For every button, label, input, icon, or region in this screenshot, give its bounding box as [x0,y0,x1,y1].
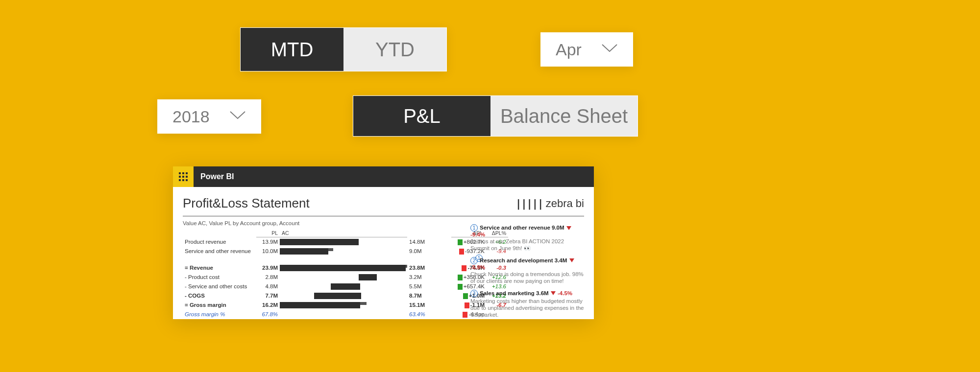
view-bs-tab[interactable]: Balance Sheet [490,96,637,136]
view-toggle[interactable]: P&L Balance Sheet [353,95,638,137]
svg-rect-2 [186,172,188,174]
down-triangle-icon [551,291,556,295]
row-bar [280,291,407,301]
row-bar [280,237,407,247]
down-triangle-icon [569,258,574,262]
row-label: = Gross margin [183,301,256,310]
row-pl: 13.9M [256,237,280,247]
comment-number-icon: 3 [470,290,478,297]
svg-rect-3 [179,176,181,178]
comment-body: Marketing costs higher than budgeted mos… [470,298,584,319]
period-mtd-label: MTD [271,39,314,61]
powerbi-report: Power BI Profit&Loss Statement ||||| zeb… [173,166,594,319]
comment-number-icon: 2 [470,257,478,264]
comment-title: Research and development 3.4M [480,257,567,263]
row-label: = Revenue [183,263,256,273]
row-pl: 4.8M [256,282,280,291]
chevron-down-icon [229,111,246,122]
svg-rect-5 [186,176,188,178]
row-ac: 9.0M [407,247,451,263]
zebra-bi-logo-icon: ||||| [515,197,542,209]
row-bar [280,247,407,263]
row-label: Gross margin % [183,310,256,319]
year-dropdown[interactable]: 2018 [157,99,261,134]
comment-title: Sales and marketing 3.6M [480,290,549,296]
row-ac: 5.5M [407,282,451,291]
row-label: - COGS [183,291,256,301]
period-mtd-tab[interactable]: MTD [241,28,343,71]
comment-number-icon: 1 [470,224,478,232]
row-ac: 63.4% [407,310,451,319]
view-pl-label: P&L [403,105,441,127]
year-value: 2018 [172,107,210,126]
comment-item[interactable]: 3Sales and marketing 3.6M -4.5%Marketing… [470,290,584,319]
period-ytd-label: YTD [375,39,415,61]
row-pl: 23.9M [256,263,280,273]
row-pl: 2.8M [256,273,280,282]
app-launcher-icon[interactable] [173,166,194,187]
svg-rect-8 [186,179,188,181]
zebra-bi-brand: ||||| zebra bi [515,197,584,210]
comment-pct: -4.5% [558,290,572,296]
powerbi-topbar: Power BI [173,166,594,187]
svg-rect-6 [179,179,181,181]
row-ac: 14.8M [407,237,451,247]
zebra-bi-label: zebra bi [546,197,584,210]
period-toggle[interactable]: MTD YTD [240,27,447,71]
comments-pane: 1Service and other revenue 9.0M -9.4%Joi… [470,224,584,324]
row-bar [280,301,407,310]
comment-body: Chuck Norris is doing a tremendous job. … [470,271,584,285]
view-pl-tab[interactable]: P&L [353,96,490,136]
view-bs-label: Balance Sheet [500,105,628,127]
comment-pct: -9.4% [470,232,485,237]
powerbi-app-title: Power BI [200,172,234,181]
row-ac: 23.8M [407,263,451,273]
month-dropdown[interactable]: Apr [540,32,633,67]
row-bar [280,282,407,291]
row-ac: 3.2M [407,273,451,282]
svg-rect-4 [182,176,184,178]
report-divider [183,216,584,216]
row-ac: 15.1M [407,301,451,310]
comment-item[interactable]: 1Service and other revenue 9.0M -9.4%Joi… [470,224,584,252]
down-triangle-icon [566,226,571,230]
row-pl: 16.2M [256,301,280,310]
row-ac: 8.7M [407,291,451,301]
col-pl: PL [256,229,280,237]
svg-rect-1 [182,172,184,174]
row-pl: 7.7M [256,291,280,301]
comment-pct: -5.9% [470,264,485,270]
row-pl: 10.0M [256,247,280,263]
row-label: Product revenue [183,237,256,247]
svg-rect-0 [179,172,181,174]
comment-body: Join us at our Zebra BI ACTION 2022 Summ… [470,238,584,252]
report-title: Profit&Loss Statement [183,196,310,211]
row-bar [280,263,407,273]
comment-item[interactable]: 2Research and development 3.4M -5.9%Chuc… [470,257,584,285]
month-value: Apr [556,40,582,59]
col-ac: AC [280,229,407,237]
row-label: - Service and other costs [183,282,256,291]
comment-title: Service and other revenue 9.0M [480,225,564,231]
row-bar [280,273,407,282]
row-pl: 67.8% [256,310,280,319]
row-bar [280,310,407,319]
chevron-down-icon [601,44,618,55]
row-label: Service and other revenue [183,247,256,263]
period-ytd-tab[interactable]: YTD [343,28,446,71]
svg-rect-7 [182,179,184,181]
row-label: - Product cost [183,273,256,282]
